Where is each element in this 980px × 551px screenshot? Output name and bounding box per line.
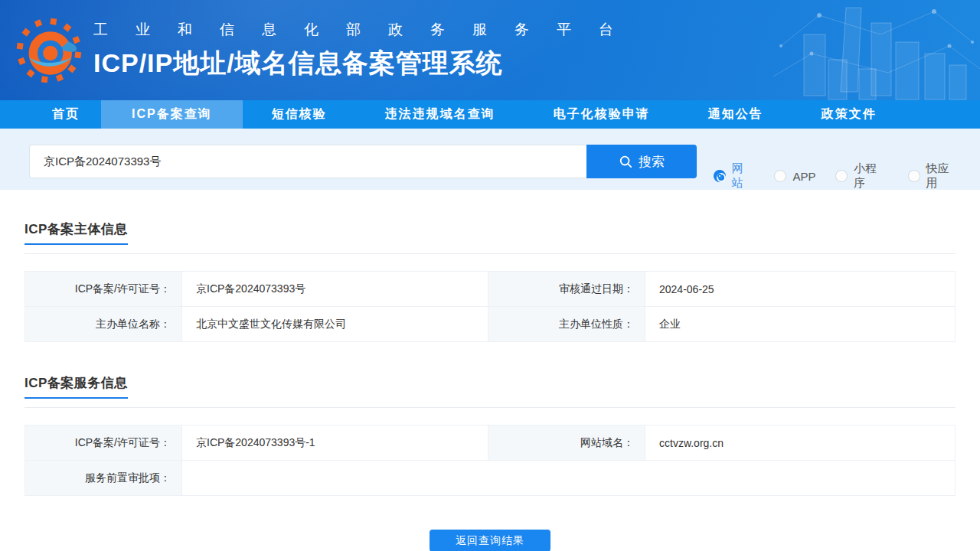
nav-item-icp-query[interactable]: ICP备案查询 xyxy=(101,100,243,129)
search-icon xyxy=(619,155,632,168)
subject-section-title: ICP备案主体信息 xyxy=(24,220,128,245)
radio-website[interactable]: 网站 xyxy=(714,161,754,191)
nav-item-policy-files[interactable]: 政策文件 xyxy=(792,100,906,129)
nav-item-sms-verify[interactable]: 短信核验 xyxy=(243,100,356,129)
radio-miniprogram[interactable]: 小程序 xyxy=(835,161,887,191)
table-row: 服务前置审批项： xyxy=(25,461,956,496)
field-value: 2024-06-25 xyxy=(645,272,956,307)
radio-unselected-icon xyxy=(908,170,920,182)
radio-unselected-icon xyxy=(835,170,848,182)
nav-item-notices[interactable]: 通知公告 xyxy=(679,100,792,129)
subject-info-table: ICP备案/许可证号： 京ICP备2024073393号 审核通过日期： 202… xyxy=(24,271,956,342)
table-row: ICP备案/许可证号： 京ICP备2024073393号-1 网站域名： cct… xyxy=(25,425,956,461)
radio-unselected-icon xyxy=(774,170,786,182)
search-section: 搜索 网站 APP 小程序 快应用 xyxy=(0,129,980,190)
section-divider xyxy=(24,407,956,408)
service-section-title: ICP备案服务信息 xyxy=(24,374,128,399)
field-value: cctvzw.org.cn xyxy=(645,425,956,461)
radio-quickapp[interactable]: 快应用 xyxy=(908,161,960,191)
field-value: 京ICP备2024073393号-1 xyxy=(182,425,488,461)
field-value: 企业 xyxy=(645,307,956,342)
nav-item-home[interactable]: 首页 xyxy=(31,100,101,129)
service-info-table: ICP备案/许可证号： 京ICP备2024073393号-1 网站域名： cct… xyxy=(24,425,956,496)
field-value: 北京中文盛世文化传媒有限公司 xyxy=(182,307,488,342)
field-value xyxy=(182,461,956,496)
field-label: ICP备案/许可证号： xyxy=(25,272,182,307)
city-skyline-decoration xyxy=(773,0,980,100)
result-content: ICP备案主体信息 ICP备案/许可证号： 京ICP备2024073393号 审… xyxy=(0,220,980,551)
service-section-header: ICP备案服务信息 xyxy=(24,374,956,408)
field-label: ICP备案/许可证号： xyxy=(25,425,182,461)
miit-logo-icon[interactable] xyxy=(15,17,83,84)
platform-tagline: 工业和信息化部政务服务平台 xyxy=(93,20,641,40)
nav-item-illegal-domain-query[interactable]: 违法违规域名查询 xyxy=(356,100,524,129)
radio-app[interactable]: APP xyxy=(774,170,815,183)
back-to-results-button[interactable]: 返回查询结果 xyxy=(430,530,550,551)
table-row: ICP备案/许可证号： 京ICP备2024073393号 审核通过日期： 202… xyxy=(25,272,956,307)
field-label: 服务前置审批项： xyxy=(25,461,182,496)
section-divider xyxy=(24,253,956,254)
field-label: 主办单位性质： xyxy=(488,307,645,342)
field-value: 京ICP备2024073393号 xyxy=(182,272,488,307)
search-input[interactable] xyxy=(29,145,586,178)
footer-action-bar: 返回查询结果 xyxy=(24,530,956,551)
table-row: 主办单位名称： 北京中文盛世文化传媒有限公司 主办单位性质： 企业 xyxy=(25,307,956,342)
main-nav: 首页 ICP备案查询 短信核验 违法违规域名查询 电子化核验申请 通知公告 政策… xyxy=(0,100,980,129)
search-type-radio-group: 网站 APP 小程序 快应用 xyxy=(714,161,980,191)
field-label: 审核通过日期： xyxy=(488,272,645,307)
search-button[interactable]: 搜索 xyxy=(586,145,697,178)
radio-selected-icon xyxy=(714,170,726,182)
field-label: 主办单位名称： xyxy=(25,307,182,342)
subject-section-header: ICP备案主体信息 xyxy=(24,220,956,254)
system-title: ICP/IP地址/域名信息备案管理系统 xyxy=(93,46,641,81)
nav-item-electronic-verify[interactable]: 电子化核验申请 xyxy=(524,100,679,129)
field-label: 网站域名： xyxy=(488,425,645,461)
page-header: 工业和信息化部政务服务平台 ICP/IP地址/域名信息备案管理系统 xyxy=(0,0,980,100)
search-button-label: 搜索 xyxy=(639,153,665,171)
